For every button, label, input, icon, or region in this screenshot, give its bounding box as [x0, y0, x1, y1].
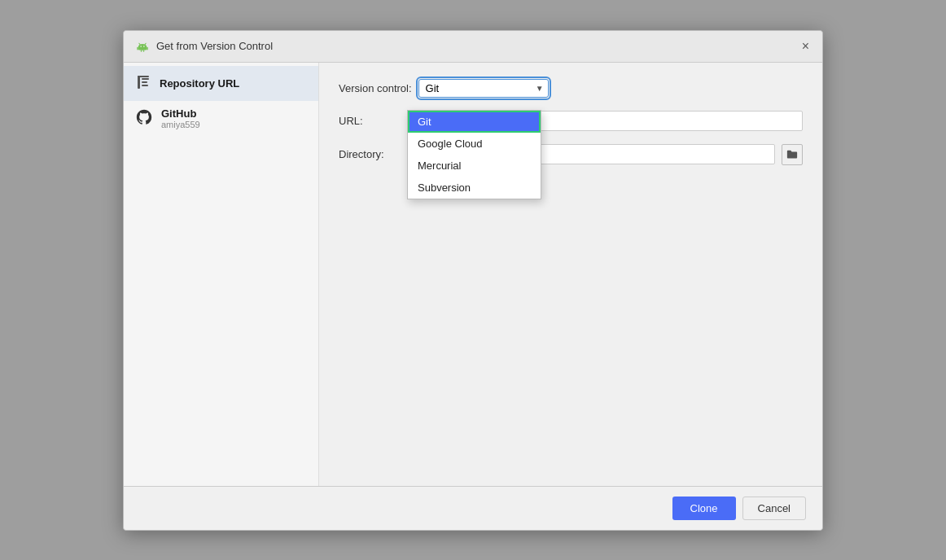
- github-label: GitHub: [161, 107, 200, 120]
- svg-rect-13: [142, 85, 148, 86]
- sidebar: Repository URL GitHub amiya559: [124, 63, 319, 486]
- svg-rect-14: [138, 76, 149, 77]
- dropdown-option-google-cloud[interactable]: Google Cloud: [408, 133, 541, 155]
- dropdown-option-subversion[interactable]: Subversion: [408, 177, 541, 199]
- svg-rect-8: [141, 50, 142, 51]
- dialog-footer: Clone Cancel: [124, 486, 822, 530]
- github-username: amiya559: [161, 120, 200, 129]
- dialog-title: Get from Version Control: [156, 40, 273, 52]
- sidebar-item-github[interactable]: GitHub amiya559: [124, 101, 318, 136]
- dropdown-option-git[interactable]: Git: [408, 111, 541, 133]
- android-icon: [135, 39, 150, 54]
- dialog-body: Repository URL GitHub amiya559 Version c…: [124, 63, 822, 486]
- svg-rect-7: [147, 46, 148, 50]
- version-control-select[interactable]: Git Google Cloud Mercurial Subversion: [418, 79, 549, 98]
- sidebar-github-info: GitHub amiya559: [161, 107, 200, 129]
- browse-button[interactable]: [782, 144, 803, 165]
- svg-rect-10: [138, 76, 140, 89]
- svg-line-5: [145, 43, 146, 45]
- clone-button[interactable]: Clone: [672, 497, 736, 520]
- repository-icon: [135, 74, 151, 93]
- svg-point-2: [140, 46, 142, 47]
- directory-label: Directory:: [339, 148, 404, 160]
- sidebar-item-label-repo: Repository URL: [160, 77, 239, 90]
- dropdown-popup: Git Google Cloud Mercurial Subversion: [407, 110, 541, 199]
- cancel-button[interactable]: Cancel: [742, 497, 806, 520]
- title-bar: Get from Version Control ×: [124, 31, 822, 63]
- title-bar-left: Get from Version Control: [135, 39, 273, 54]
- url-label: URL:: [339, 115, 404, 127]
- svg-rect-6: [137, 46, 138, 50]
- svg-point-3: [143, 46, 145, 47]
- sidebar-item-repository-url[interactable]: Repository URL: [124, 66, 318, 101]
- version-control-row: Version control: Git Google Cloud Mercur…: [339, 79, 803, 98]
- folder-icon: [786, 149, 798, 160]
- svg-rect-9: [143, 50, 145, 51]
- svg-rect-1: [138, 46, 147, 50]
- main-content: Version control: Git Google Cloud Mercur…: [319, 63, 822, 486]
- github-icon: [135, 108, 153, 129]
- svg-line-4: [139, 43, 140, 45]
- svg-rect-11: [142, 78, 149, 80]
- dropdown-option-mercurial[interactable]: Mercurial: [408, 155, 541, 177]
- close-button[interactable]: ×: [800, 40, 811, 53]
- version-control-wrapper: Git Google Cloud Mercurial Subversion ▼: [418, 79, 549, 98]
- version-control-label: Version control:: [339, 82, 412, 94]
- svg-rect-12: [142, 81, 147, 83]
- get-from-vcs-dialog: Get from Version Control × Repository UR…: [123, 30, 823, 531]
